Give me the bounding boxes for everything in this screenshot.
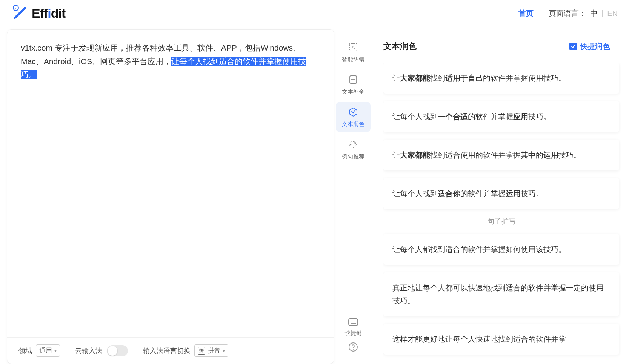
svg-rect-9 — [349, 319, 358, 326]
chevron-down-icon: ▾ — [54, 348, 57, 353]
ime-switch-label: 输入法语言切换 — [143, 346, 191, 355]
polish-icon — [348, 106, 359, 118]
chevron-down-icon: ▾ — [223, 348, 225, 353]
logo-text: Effidit — [32, 6, 65, 21]
sidebar-item-polish[interactable]: 文本润色 — [336, 102, 371, 132]
logo-text-i: i — [48, 6, 51, 20]
result-card[interactable]: 这样才能更好地让每个人快速地找到适合的软件并掌 — [383, 324, 619, 355]
domain-group: 领域 通用 ▾ — [18, 344, 60, 357]
shortcut-label: 快捷键 — [345, 330, 362, 337]
sidebar-shortcut[interactable]: 快捷键 — [345, 318, 362, 337]
result-card[interactable]: 真正地让每个人都可以快速地找到适合的软件并掌握一定的使用技巧。 — [383, 272, 619, 316]
sidebar-item-examples[interactable]: s 例句推荐 — [336, 134, 371, 164]
cloud-ime-label: 云输入法 — [75, 346, 102, 355]
sidebar-item-completion[interactable]: 文本补全 — [336, 69, 371, 100]
lang-label: 页面语言： — [549, 8, 586, 18]
domain-value: 通用 — [39, 346, 52, 355]
sidebar-item-correction[interactable]: A 智能纠错 — [336, 37, 371, 67]
checkbox-icon — [569, 43, 577, 50]
header-right: 首页 页面语言： 中 | EN — [518, 8, 618, 18]
sidebar-item-label: 例句推荐 — [342, 153, 364, 160]
panel-title: 文本润色 — [383, 41, 417, 52]
pinyin-icon: 拼 — [198, 347, 205, 355]
completion-icon — [348, 74, 359, 85]
language-switch: 页面语言： 中 | EN — [549, 8, 618, 18]
svg-text:AI: AI — [14, 7, 17, 10]
domain-select[interactable]: 通用 ▾ — [36, 344, 60, 357]
result-card[interactable]: 让每个人都找到适合的软件并掌握如何使用该技巧。 — [383, 234, 619, 265]
right-panel: 文本润色 快捷润色 让大家都能找到适用于自己的软件并掌握使用技巧。让每个人找到一… — [372, 29, 629, 364]
sidebar-bottom: 快捷键 — [345, 318, 362, 364]
cloud-ime-group: 云输入法 — [75, 345, 128, 356]
home-link[interactable]: 首页 — [518, 8, 534, 18]
quick-polish-toggle[interactable]: 快捷润色 — [569, 41, 610, 52]
pinyin-button[interactable]: 拼 拼音 ▾ — [194, 344, 228, 357]
correction-icon: A — [348, 41, 359, 53]
quick-polish-label: 快捷润色 — [580, 41, 610, 52]
svg-text:A: A — [352, 45, 355, 50]
result-card[interactable]: 让每个人找到适合你的软件并掌握运用技巧。 — [383, 178, 619, 209]
keyboard-icon — [348, 318, 358, 327]
pinyin-label: 拼音 — [208, 346, 220, 355]
result-list[interactable]: 让大家都能找到适用于自己的软件并掌握使用技巧。让每个人找到一个合适的软件并掌握应… — [383, 63, 625, 364]
sidebar-item-label: 文本润色 — [342, 121, 364, 128]
result-card[interactable]: 让大家都能找到适用于自己的软件并掌握使用技巧。 — [383, 63, 619, 94]
domain-label: 领域 — [18, 346, 32, 355]
logo-text-eff: Eff — [32, 6, 48, 20]
logo-text-dit: dit — [51, 6, 66, 20]
section-label: 句子扩写 — [383, 217, 619, 226]
sidebar: A 智能纠错 文本补全 文本润色 — [334, 29, 372, 364]
result-card[interactable]: 让大家都能找到适合使用的软件并掌握其中的运用技巧。 — [383, 140, 619, 170]
lang-divider: | — [601, 9, 603, 18]
panel-header: 文本润色 快捷润色 — [383, 41, 625, 52]
svg-text:s: s — [354, 140, 356, 145]
editor-card: v1tx.com 专注于发现新应用，推荐各种效率工具、软件、APP，包括Wind… — [7, 29, 334, 364]
ime-lang-group: 输入法语言切换 拼 拼音 ▾ — [143, 344, 228, 357]
svg-point-13 — [353, 349, 354, 350]
sidebar-item-label: 文本补全 — [342, 88, 364, 95]
editor-textarea[interactable]: v1tx.com 专注于发现新应用，推荐各种效率工具、软件、APP，包括Wind… — [7, 30, 334, 337]
examples-icon: s — [348, 139, 359, 150]
cloud-ime-toggle[interactable] — [107, 345, 128, 356]
help-button[interactable] — [348, 341, 359, 353]
lang-cn[interactable]: 中 — [590, 8, 598, 18]
editor-footer: 领域 通用 ▾ 云输入法 输入法语言切换 拼 拼音 ▾ — [7, 337, 334, 364]
lang-en[interactable]: EN — [607, 9, 618, 18]
logo-icon: AI — [11, 5, 28, 22]
toggle-knob — [108, 346, 117, 356]
sidebar-item-label: 智能纠错 — [342, 56, 364, 63]
result-card[interactable]: 让每个人找到一个合适的软件并掌握应用技巧。 — [383, 101, 619, 132]
logo[interactable]: AI Effidit — [11, 5, 65, 22]
